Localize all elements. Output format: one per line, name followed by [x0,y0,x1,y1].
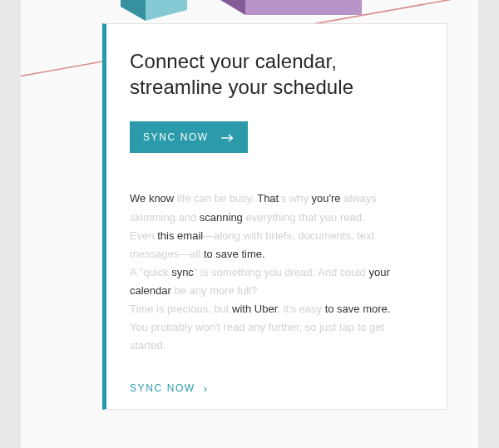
card-heading: Connect your calendar, streamline your s… [130,49,423,100]
body-line-5: You probably won't read any further, so … [130,318,423,355]
arrow-right-icon [221,133,235,141]
body-line-2: Even this email—along with briefs, docum… [130,227,423,263]
svg-marker-5 [245,0,362,15]
chevron-right-icon: › [204,383,209,394]
svg-marker-2 [146,0,187,21]
body-copy: We know life can be busy. That's why you… [130,190,423,355]
heading-line-1: Connect your calendar, [130,50,337,72]
link-label: SYNC NOW [130,382,195,394]
cta-label: SYNC NOW [143,131,209,143]
body-line-1: We know life can be busy. That's why you… [130,190,423,226]
body-line-4: Time is precious, but with Uber, it's ea… [130,300,423,318]
svg-marker-1 [121,0,146,21]
sync-now-button[interactable]: SYNC NOW [130,121,248,153]
promo-card: Connect your calendar, streamline your s… [102,23,447,410]
heading-line-2: streamline your schedule [130,76,353,98]
email-frame: Connect your calendar, streamline your s… [21,0,478,448]
svg-marker-4 [220,0,245,15]
sync-now-link[interactable]: SYNC NOW › [130,382,209,394]
body-line-3: A "quick sync" is something you dread. A… [130,263,423,300]
